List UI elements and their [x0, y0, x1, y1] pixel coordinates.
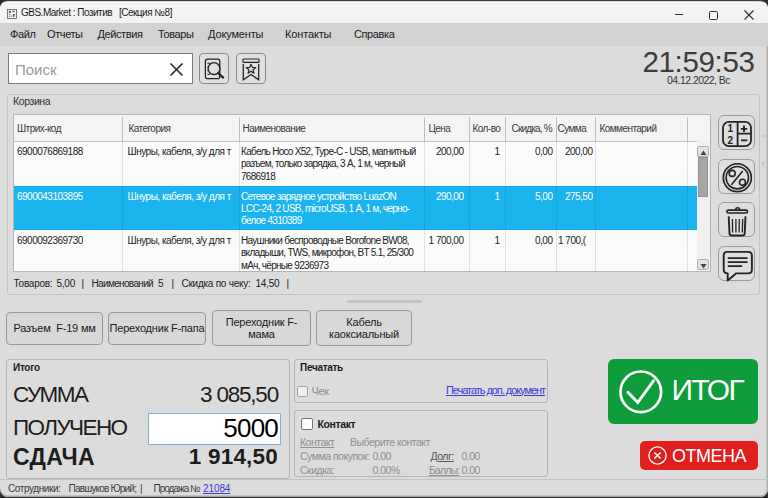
svg-text:1: 1: [728, 123, 734, 134]
svg-text:2: 2: [728, 135, 734, 146]
